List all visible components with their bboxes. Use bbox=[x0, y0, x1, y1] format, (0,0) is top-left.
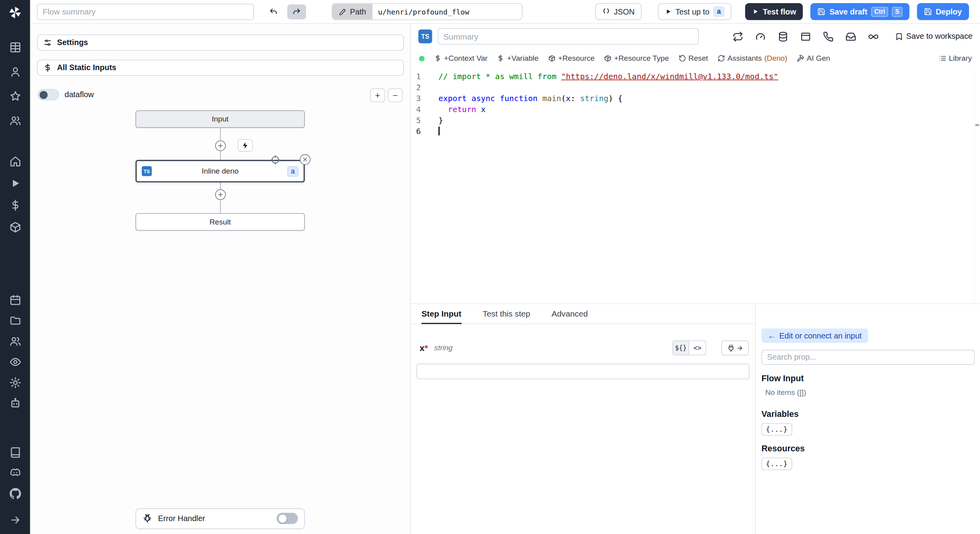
rail-folder-button[interactable] bbox=[5, 314, 25, 327]
flow-graph-panel: Settings All Static Inputs dataflow + − … bbox=[30, 24, 411, 534]
save-draft-button[interactable]: Save draft Ctrl S bbox=[811, 3, 909, 20]
topbar: Path JSON Test up to a Test flow bbox=[30, 0, 980, 24]
database-icon[interactable] bbox=[778, 31, 788, 42]
phone-icon[interactable] bbox=[823, 31, 833, 42]
sliders-icon bbox=[43, 38, 52, 47]
rail-users-button[interactable] bbox=[5, 114, 25, 127]
edit-or-connect-button[interactable]: ← Edit or connect an input bbox=[761, 328, 868, 343]
reset-button[interactable]: Reset bbox=[678, 54, 708, 63]
rail-table-button[interactable] bbox=[5, 41, 25, 53]
undo-button[interactable] bbox=[264, 4, 283, 19]
windmill-logo-icon[interactable] bbox=[8, 5, 22, 19]
save-icon bbox=[924, 7, 932, 16]
rail-users2-button[interactable] bbox=[5, 335, 25, 347]
expand-sidebar-button[interactable] bbox=[5, 514, 25, 527]
json-button[interactable]: JSON bbox=[595, 3, 642, 20]
typescript-badge: TS bbox=[418, 29, 432, 43]
rail-cube-button[interactable] bbox=[5, 221, 25, 233]
editor-header: TS Save to workspace bbox=[411, 24, 980, 49]
tab-step-input[interactable]: Step Input bbox=[421, 304, 461, 324]
undo-icon bbox=[269, 7, 278, 16]
add-trigger-button[interactable] bbox=[238, 139, 252, 152]
dataflow-toggle[interactable] bbox=[38, 89, 59, 100]
window-icon[interactable] bbox=[800, 31, 811, 42]
json-label: JSON bbox=[614, 7, 635, 16]
step-summary-input[interactable] bbox=[438, 28, 699, 45]
infinity-icon[interactable] bbox=[868, 31, 878, 42]
rail-home-button[interactable] bbox=[5, 155, 25, 167]
code-mode-button[interactable]: <> bbox=[689, 340, 706, 355]
move-step-button[interactable] bbox=[270, 155, 281, 165]
flow-summary-input[interactable] bbox=[37, 4, 254, 20]
kbd-ctrl: Ctrl bbox=[871, 7, 888, 17]
error-handler-toggle[interactable] bbox=[277, 513, 298, 524]
tab-test-this-step[interactable]: Test this step bbox=[483, 304, 530, 324]
assistant-status-dot bbox=[419, 56, 425, 61]
test-flow-button[interactable]: Test flow bbox=[745, 3, 803, 20]
windmill-flow-editor: Path JSON Test up to a Test flow bbox=[0, 0, 980, 534]
editor-scrollbar[interactable] bbox=[974, 68, 980, 304]
rail-discord-button[interactable] bbox=[5, 466, 25, 479]
tab-advanced[interactable]: Advanced bbox=[552, 304, 588, 324]
arrow-left-glyph: ← bbox=[768, 331, 775, 340]
inbox-icon[interactable] bbox=[846, 31, 856, 42]
folder-icon bbox=[9, 314, 21, 326]
add-resource-button[interactable]: +Resource bbox=[548, 54, 595, 63]
code-line: 5} bbox=[411, 115, 980, 126]
save-icon bbox=[818, 7, 826, 16]
variables-braces-button[interactable]: {...} bbox=[761, 423, 792, 436]
path-input[interactable] bbox=[372, 4, 522, 20]
users-icon bbox=[9, 114, 21, 126]
add-context-var-button[interactable]: +Context Var bbox=[434, 54, 488, 63]
test-up-to-button[interactable]: Test up to a bbox=[658, 3, 731, 20]
add-step-button-top[interactable] bbox=[215, 140, 226, 151]
rail-bot-button[interactable] bbox=[5, 397, 25, 409]
add-resource-type-button[interactable]: +Resource Type bbox=[604, 54, 669, 63]
discord-icon bbox=[9, 467, 21, 478]
error-handler-node[interactable]: Error Handler bbox=[136, 508, 305, 529]
save-to-workspace-button[interactable]: Save to workspace bbox=[895, 32, 973, 41]
template-mode-button[interactable]: ${} bbox=[672, 340, 689, 355]
add-variable-button[interactable]: +Variable bbox=[497, 54, 539, 63]
search-prop-input[interactable] bbox=[761, 350, 974, 365]
delete-step-button[interactable] bbox=[300, 154, 310, 165]
rail-eye-button[interactable] bbox=[5, 355, 25, 368]
props-sidebar: ← Edit or connect an input Flow Input No… bbox=[755, 304, 980, 534]
deploy-button[interactable]: Deploy bbox=[917, 3, 969, 20]
dollar-icon bbox=[497, 54, 505, 62]
ai-gen-button[interactable]: AI Gen bbox=[797, 54, 830, 63]
edit-or-connect-label: Edit or connect an input bbox=[779, 331, 862, 340]
arg-value-input[interactable] bbox=[416, 364, 750, 379]
gauge-icon[interactable] bbox=[755, 31, 766, 42]
assistants-button[interactable]: Assistants (Deno) bbox=[717, 54, 787, 63]
rail-book-button[interactable] bbox=[5, 446, 25, 458]
flow-settings-button[interactable]: Settings bbox=[37, 34, 404, 51]
redo-button[interactable] bbox=[287, 4, 306, 19]
rail-star-button[interactable] bbox=[5, 90, 25, 102]
resources-braces-button[interactable]: {...} bbox=[761, 458, 792, 470]
library-button[interactable]: Library bbox=[939, 54, 972, 63]
all-static-inputs-button[interactable]: All Static Inputs bbox=[37, 60, 404, 76]
table-icon bbox=[9, 41, 21, 53]
users2-icon bbox=[9, 335, 21, 347]
zoom-out-button[interactable]: − bbox=[388, 89, 403, 102]
hammer-icon bbox=[797, 54, 804, 62]
rail-settings-button[interactable] bbox=[5, 376, 25, 389]
rail-github-button[interactable] bbox=[5, 487, 25, 500]
rail-calendar-button[interactable] bbox=[5, 293, 25, 306]
code-editor[interactable]: 1// import * as wmill from "https://deno… bbox=[411, 68, 980, 304]
rail-dollar-button[interactable] bbox=[5, 199, 25, 211]
arg-type: string bbox=[434, 344, 453, 352]
input-mode-group: ${} <> bbox=[672, 340, 706, 355]
github-icon bbox=[9, 487, 21, 499]
rail-group-1 bbox=[5, 155, 25, 233]
repeat-icon[interactable] bbox=[733, 31, 743, 42]
rail-user-button[interactable] bbox=[5, 65, 25, 78]
arg-actions: ${} <> bbox=[672, 340, 749, 355]
add-step-button-bottom[interactable] bbox=[215, 189, 226, 200]
zoom-in-button[interactable]: + bbox=[370, 89, 385, 102]
rail-play-button[interactable] bbox=[5, 177, 25, 189]
connect-input-button[interactable] bbox=[721, 340, 749, 355]
flow-node-input[interactable]: Input bbox=[136, 110, 305, 128]
flow-node-result[interactable]: Result bbox=[136, 213, 305, 231]
